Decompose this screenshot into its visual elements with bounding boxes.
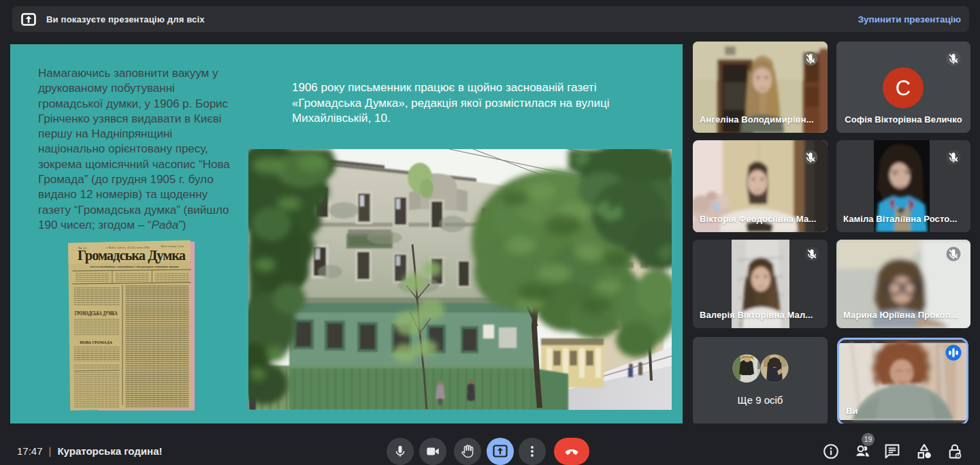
- svg-text:НОВА ГРОМАДА: НОВА ГРОМАДА: [80, 340, 112, 344]
- svg-text:Громадська Думка: Громадська Думка: [78, 247, 186, 263]
- svg-text:газета полiтична, економiчна i: газета полiтична, економiчна i лiтератур…: [90, 265, 179, 268]
- svg-text:C: C: [896, 76, 911, 100]
- svg-text:Ще 9 осіб: Ще 9 осіб: [738, 394, 783, 406]
- svg-text:ГРОМАДСЬКА ДУМКА: ГРОМАДСЬКА ДУМКА: [75, 310, 118, 317]
